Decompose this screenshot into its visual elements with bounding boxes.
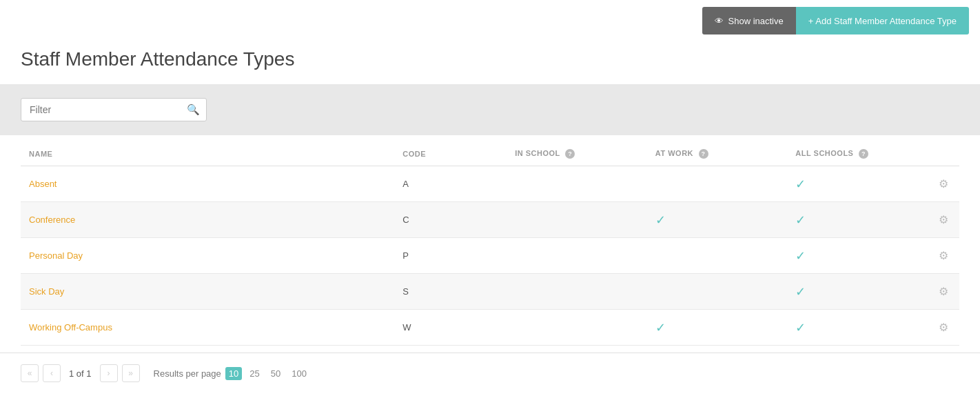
- page-title: Staff Member Attendance Types: [0, 41, 980, 84]
- pagination-bar: « ‹ 1 of 1 › » Results per page 10 25 50…: [0, 353, 980, 393]
- row-in-school: [507, 238, 647, 274]
- check-icon: ✓: [795, 177, 806, 191]
- table-body: AbsentA✓⚙ConferenceC✓✓⚙Personal DayP✓⚙Si…: [21, 166, 959, 346]
- row-all-schools: ✓: [787, 238, 928, 274]
- show-inactive-button[interactable]: 👁 Show inactive: [702, 7, 796, 34]
- col-header-all-schools: ALL SCHOOLS ?: [787, 142, 928, 166]
- row-all-schools: ✓: [787, 202, 928, 238]
- row-actions: ⚙: [928, 166, 959, 202]
- row-all-schools: ✓: [787, 166, 928, 202]
- row-in-school: [507, 274, 647, 310]
- table-row: Personal DayP✓⚙: [21, 238, 959, 274]
- row-actions: ⚙: [928, 202, 959, 238]
- row-code: W: [394, 310, 507, 346]
- check-icon: ✓: [655, 213, 666, 227]
- row-all-schools: ✓: [787, 310, 928, 346]
- check-icon: ✓: [795, 213, 806, 227]
- row-in-school: [507, 310, 647, 346]
- filter-input-wrapper: 🔍: [21, 98, 207, 121]
- show-inactive-label: Show inactive: [728, 16, 784, 26]
- col-header-at-work: AT WORK ?: [647, 142, 788, 166]
- row-at-work: ✓: [647, 310, 788, 346]
- row-name[interactable]: Personal Day: [21, 238, 394, 274]
- row-actions: ⚙: [928, 274, 959, 310]
- row-name[interactable]: Absent: [21, 166, 394, 202]
- col-header-name: NAME: [21, 142, 394, 166]
- row-gear-button[interactable]: ⚙: [936, 319, 951, 335]
- check-icon: ✓: [795, 249, 806, 263]
- col-header-in-school: IN SCHOOL ?: [507, 142, 647, 166]
- prev-page-button[interactable]: ‹: [43, 364, 61, 382]
- at-work-help-icon[interactable]: ?: [699, 149, 708, 159]
- eye-icon: 👁: [715, 16, 724, 26]
- row-at-work: [647, 238, 788, 274]
- add-staff-attendance-type-button[interactable]: + Add Staff Member Attendance Type: [796, 7, 969, 34]
- row-name[interactable]: Sick Day: [21, 274, 394, 310]
- filter-input[interactable]: [21, 98, 207, 121]
- check-icon: ✓: [655, 321, 666, 335]
- per-page-25-button[interactable]: 25: [246, 367, 263, 380]
- add-button-label: + Add Staff Member Attendance Type: [808, 16, 957, 26]
- row-actions: ⚙: [928, 238, 959, 274]
- row-at-work: [647, 274, 788, 310]
- row-in-school: [507, 202, 647, 238]
- in-school-help-icon[interactable]: ?: [565, 149, 575, 159]
- row-gear-button[interactable]: ⚙: [936, 176, 951, 192]
- next-page-button[interactable]: ›: [100, 364, 118, 382]
- table-row: Working Off-CampusW✓✓⚙: [21, 310, 959, 346]
- table-row: Sick DayS✓⚙: [21, 274, 959, 310]
- row-code: S: [394, 274, 507, 310]
- row-actions: ⚙: [928, 310, 959, 346]
- row-in-school: [507, 166, 647, 202]
- table-header-row: NAME CODE IN SCHOOL ? AT WORK ? ALL SCHO…: [21, 142, 959, 166]
- row-name[interactable]: Conference: [21, 202, 394, 238]
- per-page-100-button[interactable]: 100: [288, 367, 310, 380]
- all-schools-help-icon[interactable]: ?: [859, 149, 868, 159]
- top-bar: 👁 Show inactive + Add Staff Member Atten…: [0, 0, 980, 41]
- row-code: P: [394, 238, 507, 274]
- last-page-button[interactable]: »: [122, 364, 140, 382]
- row-at-work: ✓: [647, 202, 788, 238]
- page-wrapper: 👁 Show inactive + Add Staff Member Atten…: [0, 0, 980, 416]
- row-code: A: [394, 166, 507, 202]
- row-gear-button[interactable]: ⚙: [936, 284, 951, 299]
- col-header-actions: [928, 142, 959, 166]
- filter-bar: 🔍: [0, 84, 980, 135]
- table-row: ConferenceC✓✓⚙: [21, 202, 959, 238]
- row-name[interactable]: Working Off-Campus: [21, 310, 394, 346]
- first-page-button[interactable]: «: [21, 364, 39, 382]
- attendance-types-table: NAME CODE IN SCHOOL ? AT WORK ? ALL SCHO…: [21, 142, 959, 346]
- row-gear-button[interactable]: ⚙: [936, 212, 951, 228]
- per-page-10-button[interactable]: 10: [225, 367, 242, 380]
- page-info: 1 of 1: [69, 368, 92, 379]
- col-header-code: CODE: [394, 142, 507, 166]
- row-gear-button[interactable]: ⚙: [936, 248, 951, 264]
- table-row: AbsentA✓⚙: [21, 166, 959, 202]
- row-at-work: [647, 166, 788, 202]
- row-code: C: [394, 202, 507, 238]
- check-icon: ✓: [795, 285, 806, 299]
- table-container: NAME CODE IN SCHOOL ? AT WORK ? ALL SCHO…: [0, 142, 980, 346]
- results-per-page-label: Results per page: [154, 368, 221, 379]
- check-icon: ✓: [795, 321, 806, 335]
- row-all-schools: ✓: [787, 274, 928, 310]
- search-icon: 🔍: [187, 103, 200, 116]
- per-page-50-button[interactable]: 50: [267, 367, 284, 380]
